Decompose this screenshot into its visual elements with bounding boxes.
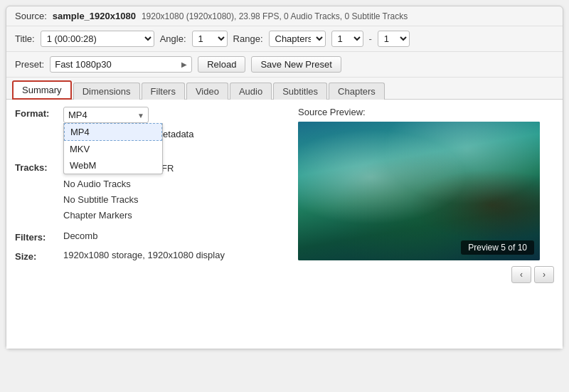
left-panel: Format: MP4 MKV WebM ▼ MP4 MKV W <box>15 107 287 341</box>
tab-filters[interactable]: Filters <box>142 83 185 100</box>
range-label: Range: <box>233 33 263 44</box>
track-line-4: Chapter Markers <box>63 208 287 223</box>
prev-preview-button[interactable]: ‹ <box>511 266 531 283</box>
range-type-select[interactable]: Chapters <box>269 31 326 47</box>
size-value: 1920x1080 storage, 1920x1080 display <box>63 250 225 260</box>
tab-audio[interactable]: Audio <box>230 83 272 100</box>
title-row: Title: 1 (00:00:28) Angle: 1 Range: Chap… <box>6 26 563 52</box>
tab-video[interactable]: Video <box>186 83 228 100</box>
filters-row: Filters: Decomb <box>15 231 287 243</box>
format-select-wrapper: MP4 MKV WebM ▼ MP4 MKV WebM <box>63 107 149 123</box>
next-icon: › <box>543 270 546 280</box>
filters-label: Filters: <box>15 231 58 243</box>
prev-icon: ‹ <box>520 270 523 280</box>
title-select[interactable]: 1 (00:00:28) <box>41 31 154 47</box>
source-details: 1920x1080 (1920x1080), 23.98 FPS, 0 Audi… <box>142 11 408 21</box>
tab-dimensions[interactable]: Dimensions <box>73 83 140 100</box>
range-end-select[interactable]: 1 <box>378 31 410 47</box>
range-separator: - <box>369 33 372 44</box>
tab-audio-label: Audio <box>239 86 262 97</box>
size-row: Size: 1920x1080 storage, 1920x1080 displ… <box>15 250 287 262</box>
save-new-preset-button[interactable]: Save New Preset <box>251 56 341 73</box>
format-option-webm[interactable]: WebM <box>64 157 162 174</box>
tab-dimensions-label: Dimensions <box>83 86 131 97</box>
filters-value: Decomb <box>63 231 97 241</box>
tab-summary-label: Summary <box>22 85 62 95</box>
tab-summary[interactable]: Summary <box>12 80 72 100</box>
size-label: Size: <box>15 250 58 262</box>
tracks-label: Tracks: <box>15 161 58 173</box>
right-panel: Source Preview: Preview 5 of 10 ‹ › <box>298 107 554 341</box>
preview-visual <box>298 122 540 260</box>
angle-label: Angle: <box>160 33 186 44</box>
main-window: Source: sample_1920x1080 1920x1080 (1920… <box>6 6 563 349</box>
tab-video-label: Video <box>196 86 219 97</box>
preview-badge: Preview 5 of 10 <box>461 240 534 255</box>
tab-chapters[interactable]: Chapters <box>329 83 385 100</box>
next-preview-button[interactable]: › <box>534 266 554 283</box>
format-option-mkv[interactable]: MKV <box>64 141 162 157</box>
source-row: Source: sample_1920x1080 1920x1080 (1920… <box>6 6 563 26</box>
tab-chapters-label: Chapters <box>338 86 376 97</box>
source-filename: sample_1920x1080 <box>53 11 136 21</box>
source-label: Source: <box>15 11 47 21</box>
tabs-bar: Summary Dimensions Filters Video Audio S… <box>6 78 563 100</box>
preset-row: Preset: Fast 1080p30 ▶ Reload Save New P… <box>6 52 563 78</box>
format-option-mp4[interactable]: MP4 <box>64 123 162 141</box>
angle-select[interactable]: 1 <box>192 31 228 47</box>
format-field-content: MP4 MKV WebM ▼ MP4 MKV WebM <box>63 107 287 139</box>
format-dropdown-list: MP4 MKV WebM <box>63 123 163 174</box>
track-line-3: No Subtitle Tracks <box>63 192 287 208</box>
preset-value: Fast 1080p30 <box>55 59 112 70</box>
format-label: Format: <box>15 107 58 119</box>
preset-select[interactable]: Fast 1080p30 ▶ <box>50 56 192 73</box>
tab-filters-label: Filters <box>151 86 176 97</box>
range-start-select[interactable]: 1 <box>331 31 363 47</box>
format-select[interactable]: MP4 MKV WebM <box>63 107 149 123</box>
preview-nav: ‹ › <box>298 266 554 283</box>
preview-image: Preview 5 of 10 <box>298 122 540 260</box>
preset-label: Preset: <box>15 59 44 70</box>
title-label: Title: <box>15 33 35 44</box>
track-line-2: No Audio Tracks <box>63 176 287 192</box>
reload-button[interactable]: Reload <box>198 56 245 73</box>
content-area: Format: MP4 MKV WebM ▼ MP4 MKV W <box>6 100 563 349</box>
format-row: Format: MP4 MKV WebM ▼ MP4 MKV W <box>15 107 287 139</box>
preset-arrow-icon: ▶ <box>181 60 187 68</box>
tab-subtitles[interactable]: Subtitles <box>273 83 327 100</box>
tab-subtitles-label: Subtitles <box>282 86 318 97</box>
preview-label: Source Preview: <box>298 107 554 117</box>
